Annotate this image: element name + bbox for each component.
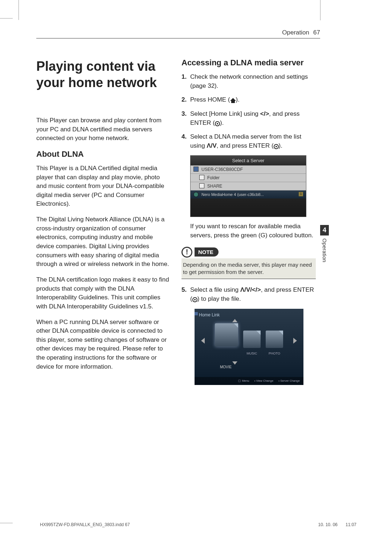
enter-icon — [274, 144, 279, 149]
header-section-label: Operation — [282, 29, 309, 36]
server-row-user: USER-C36CB80CDF — [191, 165, 306, 174]
note-body: Depending on the media server, this play… — [181, 258, 316, 279]
home-footer-server: • Server Change — [278, 379, 300, 382]
home-link-title: Home Link — [199, 312, 220, 317]
main-title: Playing content via your home network — [36, 58, 171, 91]
accessing-dlna-heading: Accessing a DLNA media server — [181, 58, 316, 67]
home-footer-view: • View Change — [254, 379, 273, 382]
server-row-folder: Folder — [191, 174, 306, 182]
server-title: Select a Server — [191, 156, 306, 165]
thumb-music — [243, 331, 261, 348]
step-2: 2.Press HOME (). — [181, 95, 316, 104]
home-link-screenshot: Home Link MUSIC PHOTO MOVIE ▢ Menu • Vie… — [195, 309, 303, 385]
label-movie: MOVIE — [220, 365, 232, 369]
about-dlna-p1: This Player is a DLNA Certified digital … — [36, 164, 171, 209]
step-4-after: If you want to rescan for available medi… — [181, 222, 316, 240]
note-label: NOTE — [195, 247, 219, 257]
about-dlna-p4: When a PC running DLNA server software o… — [36, 318, 171, 372]
intro-paragraph: This Player can browse and play content … — [36, 116, 171, 143]
label-music: MUSIC — [243, 352, 261, 355]
step-3: 3.Select [Home Link] using </>, and pres… — [181, 110, 316, 127]
arrow-left-icon — [201, 338, 205, 344]
step-4: 4.Select a DLNA media server from the li… — [181, 132, 316, 150]
label-photo: PHOTO — [266, 352, 283, 355]
step-5: 5.Select a file using Λ/V/</>, and press… — [181, 286, 316, 303]
enter-icon — [215, 121, 220, 126]
server-row-nero: Nero MediaHome 4 (user-c36cb8...1 — [191, 190, 306, 198]
side-tab-number: 4 — [320, 225, 329, 235]
server-select-screenshot: Select a Server USER-C36CB80CDF Folder S… — [190, 155, 306, 217]
footer-time: 11:07 — [346, 522, 356, 527]
enter-icon — [192, 297, 197, 302]
thumb-photo — [266, 331, 283, 348]
about-dlna-heading: About DLNA — [36, 149, 171, 159]
arrow-down-icon — [232, 361, 237, 365]
step-1: 1.Check the network connection and setti… — [181, 73, 316, 90]
header-divider — [36, 38, 320, 38]
footer-filename: HX995TZW-FD.BPANLLK_ENG_3803.indd 67 — [40, 522, 130, 527]
side-tab-label: Operation — [320, 235, 329, 265]
home-icon — [230, 98, 236, 101]
thumb-selected — [215, 323, 238, 347]
server-row-share: SHARE — [191, 182, 306, 190]
home-footer-menu: ▢ Menu — [238, 379, 249, 382]
arrow-right-icon — [293, 338, 297, 344]
footer-date: 10. 10. 06 — [318, 522, 338, 527]
about-dlna-p2: The Digital Living Network Alliance (DLN… — [36, 215, 171, 269]
header-page-number: 67 — [313, 29, 320, 36]
arrow-up-icon — [232, 319, 237, 322]
note-bang-icon: ! — [181, 247, 192, 258]
note-header: ! NOTE — [181, 247, 316, 258]
about-dlna-p3: The DLNA certification logo makes it eas… — [36, 275, 171, 311]
